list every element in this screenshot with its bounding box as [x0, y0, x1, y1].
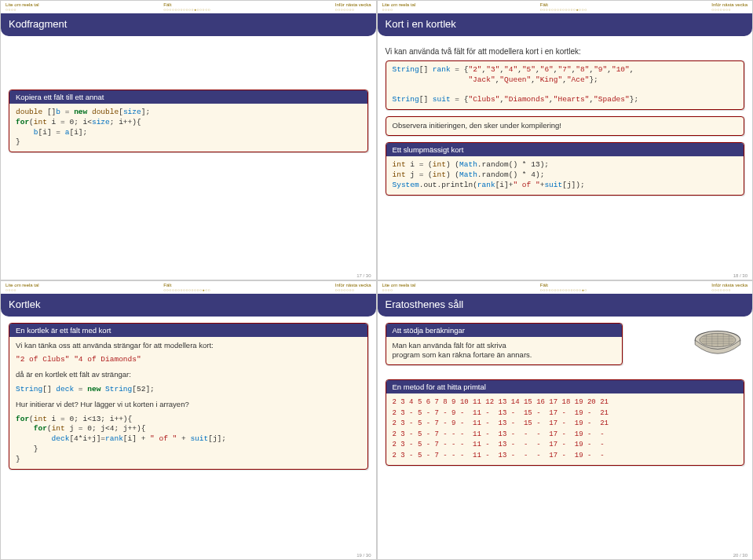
- intro-text: Vi kan använda två fält för att modeller…: [386, 47, 745, 56]
- code-box: Kopiera ett fält till ett annat double […: [9, 90, 368, 152]
- nav-header: Lite om reela tal○○○○ Fält○○○○○○○○○○○○○○…: [378, 281, 753, 292]
- page-number: 18 / 30: [733, 273, 748, 278]
- primes-box: En metod för att hitta primtal 2 3 4 5 6…: [386, 379, 745, 466]
- page-number: 20 / 30: [733, 553, 748, 558]
- slide-20: Lite om reela tal○○○○ Fält○○○○○○○○○○○○○○…: [377, 280, 754, 561]
- slide-18: Lite om reela tal○○○○ Fält○○○○○○○○○○○○○●…: [377, 0, 754, 280]
- code-content: double []b = new double[size]; for(int i…: [9, 104, 367, 152]
- slide-17: Lite om reela tal○○○○ Fält○○○○○○○○○○○●○○…: [0, 0, 377, 280]
- page-number: 17 / 30: [356, 273, 371, 278]
- note-text: Observera initieringen, den sker under k…: [386, 117, 744, 135]
- slide-title: Eratosthenes såll: [378, 294, 753, 317]
- box-header: En metod för att hitta primtal: [386, 380, 744, 393]
- page-number: 19 / 30: [356, 553, 371, 558]
- nav-header: Lite om reela tal○○○○ Fält○○○○○○○○○○○○○○…: [1, 281, 376, 292]
- code-content: String[] rank = {"2","3","4","5","6","7"…: [386, 61, 744, 109]
- main-box: En kortlek är ett fält med kort Vi kan t…: [9, 323, 368, 470]
- box-text: Man kan använda fält för att skriva prog…: [386, 337, 622, 365]
- support-box: Att stödja beräkningar Man kan använda f…: [386, 323, 623, 366]
- box-header: Att stödja beräkningar: [386, 324, 622, 337]
- code-content: int i = (int) (Math.random() * 13); int …: [386, 156, 744, 194]
- nav-header: Lite om reela tal○○○○ Fält○○○○○○○○○○○○○●…: [378, 1, 753, 12]
- nav-header: Lite om reela tal○○○○ Fält○○○○○○○○○○○●○○…: [1, 1, 376, 12]
- slide-title: Kortlek: [1, 294, 376, 317]
- note-box: Observera initieringen, den sker under k…: [386, 116, 745, 136]
- slide-19: Lite om reela tal○○○○ Fält○○○○○○○○○○○○○○…: [0, 280, 377, 561]
- code-box-2: Ett slumpmässigt kort int i = (int) (Mat…: [386, 142, 745, 195]
- code-box-1: String[] rank = {"2","3","4","5","6","7"…: [386, 60, 745, 110]
- slide-title: Kort i en kortlek: [378, 13, 753, 36]
- sieve-image: [689, 324, 746, 364]
- box-body: Vi kan tänka oss att använda strängar fö…: [9, 337, 367, 469]
- box-header: En kortlek är ett fält med kort: [9, 324, 367, 337]
- slide-title: Kodfragment: [1, 13, 376, 36]
- box-header: Kopiera ett fält till ett annat: [9, 90, 367, 104]
- primes-table: 2 3 4 5 6 7 8 9 10 11 12 13 14 15 16 17 …: [386, 393, 744, 465]
- box-header: Ett slumpmässigt kort: [386, 143, 744, 156]
